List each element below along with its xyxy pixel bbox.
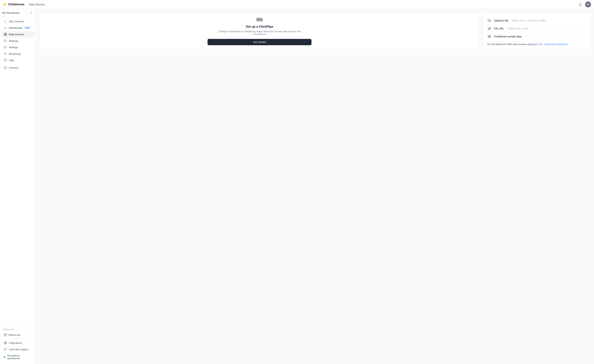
page-title: Data Sources bbox=[29, 3, 45, 6]
chevron-down-icon: ⌄ bbox=[26, 12, 28, 14]
sidebar-item-label: Backups bbox=[9, 39, 19, 42]
topbar-divider bbox=[27, 3, 27, 6]
status-link[interactable]: All systems operational bbox=[1, 353, 34, 361]
upload-sub: JSON, CSV or TSV (up to 1GB) bbox=[512, 19, 546, 22]
file-url-sub: JSON, CSV or TSV bbox=[507, 27, 528, 30]
svg-rect-25 bbox=[4, 342, 5, 343]
panel-row-predefined[interactable]: Predefined sample data bbox=[487, 32, 586, 41]
add-service-button[interactable]: + bbox=[29, 11, 33, 15]
shield-icon bbox=[487, 34, 491, 39]
setup-title: Set up a ClickPipe bbox=[246, 25, 273, 29]
setup-card: Set up a ClickPipe Configure ClickPipes … bbox=[39, 13, 480, 50]
status-dot-icon bbox=[4, 356, 5, 358]
integrations-link[interactable]: Integrations bbox=[1, 340, 34, 346]
sidebar-item-monitoring[interactable]: Monitoring bbox=[1, 51, 34, 57]
activity-icon bbox=[4, 52, 7, 55]
sidebar-item-label: Monitoring bbox=[9, 52, 20, 55]
org-item-deliverush[interactable]: Deliverush › bbox=[1, 332, 34, 338]
sidebar-item-data-sources[interactable]: Data sources bbox=[1, 31, 34, 38]
content: Set up a ClickPipe Configure ClickPipes … bbox=[36, 9, 594, 364]
svg-rect-1 bbox=[4, 3, 5, 6]
panel-footer: Or load data from other data sources usi… bbox=[487, 41, 586, 46]
svg-rect-3 bbox=[6, 4, 7, 5]
bottom-links: Integrations Chat with support All syste… bbox=[0, 338, 35, 362]
svg-point-31 bbox=[489, 36, 490, 37]
refresh-icon bbox=[4, 39, 7, 42]
sidebar-item-backups[interactable]: Backups bbox=[1, 38, 34, 44]
main-layout: My First Service ⌄ + SQL Console bbox=[0, 9, 594, 364]
bar-chart-icon bbox=[4, 26, 7, 29]
right-panel: Upload a file JSON, CSV or TSV (up to 1G… bbox=[483, 13, 590, 50]
service-name: My First Service bbox=[2, 12, 25, 14]
topbar-icons: CA bbox=[577, 1, 591, 7]
content-inner: Set up a ClickPipe Configure ClickPipes … bbox=[36, 9, 594, 364]
sidebar-bottom: Organization Deliverush › bbox=[0, 325, 35, 364]
sidebar-item-label: Data sources bbox=[9, 33, 24, 36]
footer-text: Or load data from other data sources usi… bbox=[487, 43, 538, 46]
sidebar-item-help[interactable]: Help bbox=[1, 57, 34, 63]
upload-icon bbox=[487, 19, 491, 23]
sidebar-item-connect[interactable]: Connect bbox=[1, 65, 34, 71]
org-name: Deliverush bbox=[8, 334, 20, 336]
building-icon bbox=[4, 333, 7, 337]
panel-row-file-url[interactable]: File URL JSON, CSV or TSV bbox=[487, 25, 586, 32]
org-label: Organization bbox=[0, 327, 35, 332]
svg-rect-27 bbox=[4, 343, 5, 344]
svg-rect-21 bbox=[4, 66, 7, 68]
wave-icon bbox=[256, 17, 263, 22]
message-circle-icon bbox=[4, 348, 7, 351]
app-logo[interactable]: ClickHouse bbox=[3, 3, 24, 6]
monitor-icon bbox=[4, 66, 7, 69]
chat-support-label: Chat with support bbox=[9, 348, 28, 351]
app-name: ClickHouse bbox=[8, 3, 24, 6]
notification-button[interactable] bbox=[577, 1, 583, 7]
logo-icon bbox=[3, 3, 7, 6]
svg-rect-24 bbox=[4, 334, 7, 336]
topbar: ClickHouse Data Sources CA bbox=[0, 0, 594, 9]
panel-row-upload[interactable]: Upload a file JSON, CSV or TSV (up to 1G… bbox=[487, 17, 586, 25]
file-url-label: File URL bbox=[494, 27, 504, 30]
integrations-label: Integrations bbox=[9, 342, 22, 344]
status-label: All systems operational bbox=[7, 354, 32, 360]
svg-rect-2 bbox=[5, 3, 6, 6]
sidebar-item-label: Settings bbox=[9, 46, 18, 49]
upload-label: Upload a file bbox=[494, 19, 508, 22]
svg-point-30 bbox=[488, 35, 491, 38]
chevron-right-icon: › bbox=[31, 334, 32, 336]
help-circle-icon bbox=[4, 58, 7, 62]
globe-icon bbox=[4, 32, 7, 36]
sidebar-item-label: Dashboards bbox=[9, 26, 22, 29]
sidebar-item-label: Help bbox=[9, 59, 14, 62]
sidebar-item-dashboards[interactable]: Dashboards Beta bbox=[1, 25, 34, 31]
predefined-label: Predefined sample data bbox=[494, 35, 521, 38]
svg-rect-0 bbox=[3, 3, 4, 6]
chat-support-link[interactable]: Chat with support bbox=[1, 346, 34, 352]
sidebar-item-settings[interactable]: Settings bbox=[1, 44, 34, 50]
service-selector[interactable]: My First Service ⌄ + bbox=[0, 9, 35, 17]
grid-icon bbox=[4, 341, 7, 344]
svg-rect-26 bbox=[6, 342, 7, 343]
sidebar-item-sql-console[interactable]: SQL Console bbox=[1, 18, 34, 25]
sliders-icon bbox=[4, 46, 7, 49]
get-started-button[interactable]: Get started bbox=[208, 39, 311, 45]
setup-description: Configure ClickPipes to seamlessly inges… bbox=[215, 30, 304, 36]
beta-badge: Beta bbox=[24, 26, 31, 29]
avatar[interactable]: CA bbox=[585, 1, 591, 7]
sidebar: My First Service ⌄ + SQL Console bbox=[0, 9, 36, 364]
integrations-link[interactable]: 100+ supported integrations. bbox=[538, 43, 569, 46]
svg-rect-28 bbox=[6, 343, 7, 344]
nav-items: SQL Console Dashboards Beta bbox=[0, 17, 35, 325]
sidebar-item-label: Connect bbox=[9, 66, 18, 69]
sidebar-item-label: SQL Console bbox=[9, 20, 24, 23]
terminal-icon bbox=[4, 20, 7, 23]
link-icon bbox=[487, 26, 491, 31]
